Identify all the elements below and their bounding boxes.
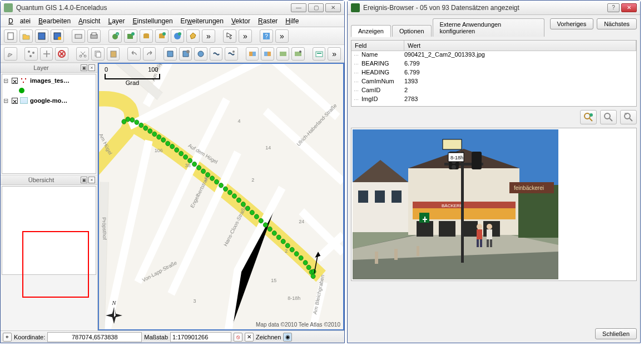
layer-name: images_tes… [30, 77, 70, 84]
layer-row-google[interactable]: ⊟ ✕ google-mo… [3, 96, 95, 106]
zoom-full-icon[interactable] [620, 110, 637, 124]
expand-icon[interactable]: ⊟ [3, 77, 9, 84]
header-value[interactable]: Wert [404, 41, 636, 51]
svg-rect-13 [143, 34, 149, 38]
poly1-icon[interactable] [164, 47, 177, 61]
prev-button[interactable]: Vorheriges [550, 18, 594, 29]
header-field[interactable]: Feld [351, 41, 404, 51]
copy-icon[interactable] [91, 47, 105, 61]
minimize-button[interactable]: — [291, 3, 306, 12]
coord-input[interactable] [47, 332, 142, 342]
merge1-icon[interactable] [246, 47, 259, 61]
scale-input[interactable] [170, 332, 231, 342]
poly4-icon[interactable] [210, 47, 223, 61]
redo-icon[interactable] [143, 47, 156, 61]
layer-checkbox[interactable]: ✕ [12, 98, 18, 104]
expand-icon[interactable]: ⊟ [3, 97, 9, 104]
street-photo-svg: BÄCKEREI feinbäckerei [353, 129, 558, 279]
poly3-icon[interactable] [194, 47, 207, 61]
svg-rect-29 [111, 51, 116, 57]
poly5-icon[interactable] [225, 47, 238, 61]
delete-icon[interactable] [55, 47, 68, 61]
more-4-icon[interactable]: » [328, 47, 341, 61]
overview-panel-header: Übersicht ▣ × [1, 175, 97, 185]
close-window-button[interactable]: ✕ [621, 3, 637, 12]
tab-optionen[interactable]: Optionen [392, 25, 432, 37]
menu-hilfe[interactable]: Hilfe [282, 16, 302, 26]
add-vector-icon[interactable]: + [108, 29, 122, 43]
stop-render-icon[interactable]: ⦸ [234, 333, 242, 342]
attribute-table[interactable]: Feld Wert Name090421_2_Cam2_001393.jpg B… [351, 40, 637, 107]
move-feature-icon[interactable] [40, 47, 53, 61]
panel-close-icon[interactable]: × [88, 64, 95, 71]
menu-bearbeiten[interactable]: Bearbeiten [35, 16, 74, 26]
browser-titlebar: Ereignis-Browser - 05 von 93 Datensätzen… [348, 1, 640, 15]
browser-footer: Schließen [351, 328, 637, 339]
overview-panel[interactable] [2, 186, 96, 275]
scale-bar: 0100 Grad [105, 66, 160, 86]
svg-rect-121 [392, 190, 402, 203]
print-icon[interactable] [87, 29, 101, 43]
panel-close-icon[interactable]: × [88, 177, 95, 183]
save-as-icon[interactable] [51, 29, 64, 43]
merge3-icon[interactable] [276, 47, 290, 61]
svg-rect-0 [8, 33, 13, 39]
menu-einstellungen[interactable]: Einstellungen [130, 16, 176, 26]
menu-erweiterungen[interactable]: Erweiterungen [177, 16, 227, 26]
zoom-to-feature-icon[interactable] [580, 110, 597, 124]
more-2-icon[interactable]: » [239, 29, 252, 43]
edit-pencil-icon[interactable] [4, 47, 17, 61]
toggle-extents-icon[interactable]: ⌖ [3, 333, 12, 342]
more-3-icon[interactable]: » [275, 29, 289, 43]
next-button[interactable]: Nächstes [597, 18, 637, 29]
add-raster-icon[interactable] [124, 29, 137, 43]
open-project-icon[interactable] [19, 29, 33, 43]
menu-datei[interactable]: Datei [5, 16, 34, 26]
close-button[interactable]: Schließen [595, 328, 637, 339]
more-1-icon[interactable]: » [202, 29, 215, 43]
identify-icon[interactable] [223, 29, 236, 43]
help-button[interactable]: ? [607, 3, 620, 12]
print-composer-icon[interactable] [72, 29, 85, 43]
menu-raster[interactable]: Raster [255, 16, 281, 26]
add-db-icon[interactable] [140, 29, 153, 43]
new-shapefile-icon[interactable] [186, 29, 200, 43]
svg-rect-35 [264, 52, 267, 56]
zoom-in-icon[interactable] [600, 110, 617, 124]
svg-point-67 [139, 123, 143, 127]
add-wms-icon[interactable] [171, 29, 184, 43]
close-button[interactable]: ✕ [325, 3, 341, 12]
table-row: ImgID2783 [351, 96, 636, 104]
poly2-icon[interactable] [179, 47, 192, 61]
layer-checkbox[interactable]: ✕ [12, 78, 18, 84]
svg-rect-33 [249, 52, 252, 56]
merge2-icon[interactable] [261, 47, 274, 61]
crs-icon[interactable]: ◉ [283, 333, 292, 342]
ev-browser-icon[interactable] [313, 47, 326, 61]
zoom-toolbar [351, 110, 637, 124]
menu-vektor[interactable]: Vektor [228, 16, 254, 26]
svg-rect-148 [480, 239, 482, 247]
render-checkbox[interactable]: ✕ [245, 333, 254, 342]
map-canvas[interactable]: Am Hügel Am Pröpsihügel Pröpsthof Auf de… [98, 63, 344, 330]
menu-ansicht[interactable]: Ansicht [75, 16, 103, 26]
paste-icon[interactable] [107, 47, 120, 61]
tab-anzeigen[interactable]: Anzeigen [351, 25, 391, 37]
undo-icon[interactable] [127, 47, 141, 61]
panel-undock-icon[interactable]: ▣ [81, 177, 87, 183]
menu-layer[interactable]: Layer [105, 16, 128, 26]
cut-icon[interactable] [76, 47, 90, 61]
maximize-button[interactable]: ▢ [308, 3, 324, 12]
help-icon[interactable]: ? [260, 29, 273, 43]
node-tool-icon[interactable] [24, 47, 38, 61]
save-icon[interactable] [35, 29, 48, 43]
merge4-icon[interactable] [291, 47, 305, 61]
layer-row-images[interactable]: ⊟ ✕ images_tes… [3, 76, 95, 86]
qgis-title: Quantum GIS 1.4.0-Enceladus [16, 4, 107, 12]
new-project-icon[interactable] [4, 29, 17, 43]
panel-undock-icon[interactable]: ▣ [81, 64, 87, 71]
add-db2-icon[interactable] [155, 29, 169, 43]
svg-point-85 [219, 183, 224, 188]
tab-extern[interactable]: Externe Anwendungen konfigurieren [433, 18, 544, 37]
layer-list[interactable]: ⊟ ✕ images_tes… ⊟ ✕ google-mo… [2, 74, 96, 174]
